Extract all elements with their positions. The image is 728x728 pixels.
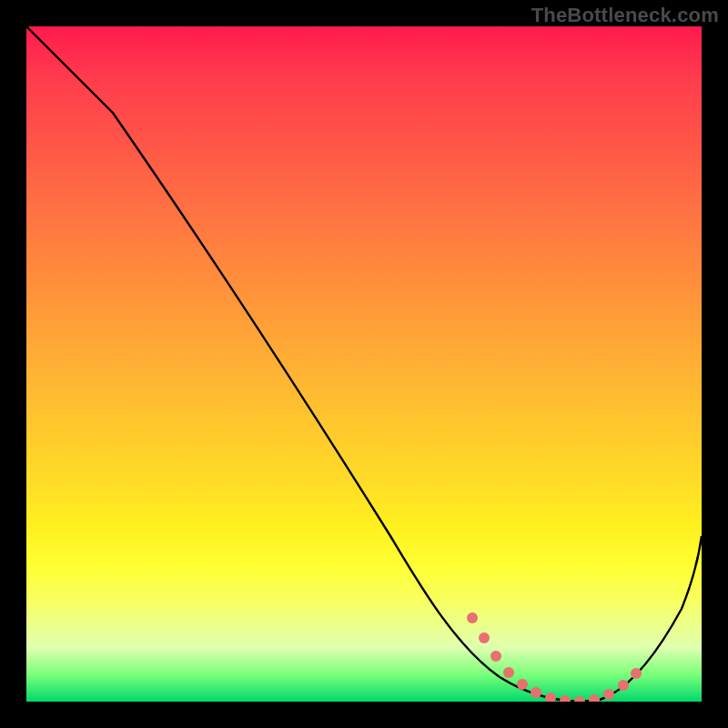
watermark-text: TheBottleneck.com xyxy=(531,4,719,27)
marker-dot xyxy=(517,679,528,690)
marker-dot xyxy=(631,668,642,679)
marker-dot xyxy=(574,696,585,702)
chart-plot-area xyxy=(26,26,702,702)
marker-dot xyxy=(531,687,541,698)
bottleneck-curve xyxy=(26,26,702,702)
marker-dot xyxy=(603,689,614,700)
marker-dot xyxy=(545,693,556,702)
marker-dot xyxy=(618,680,629,691)
marker-dot xyxy=(479,632,490,643)
curve-layer xyxy=(26,26,702,702)
marker-dot xyxy=(560,695,571,702)
marker-group xyxy=(467,612,642,702)
marker-dot xyxy=(490,651,501,662)
marker-dot xyxy=(589,694,600,702)
marker-dot xyxy=(467,612,478,623)
marker-dot xyxy=(503,667,514,678)
